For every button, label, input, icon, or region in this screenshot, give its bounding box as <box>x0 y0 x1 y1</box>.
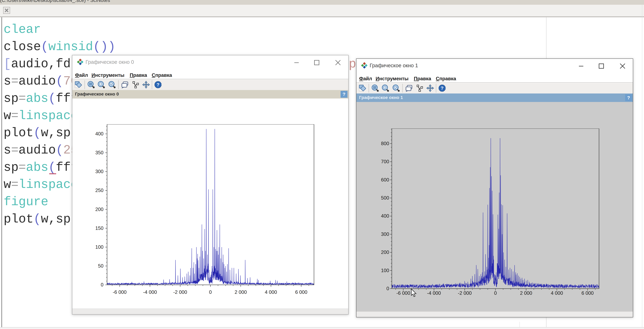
svg-text:?: ? <box>441 85 444 91</box>
svg-text:?: ? <box>156 82 160 87</box>
